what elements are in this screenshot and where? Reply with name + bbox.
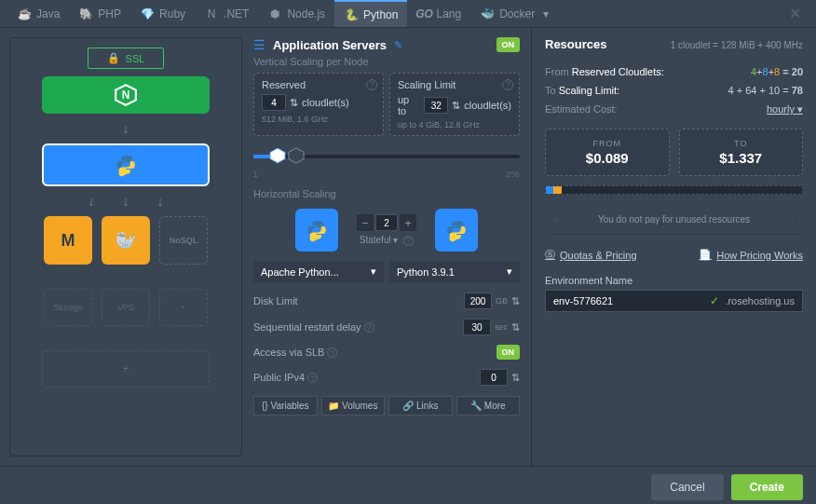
vertical-scaling-label: Vertical Scaling per Node bbox=[253, 56, 520, 67]
env-input-row: ✓ .rosehosting.us bbox=[545, 290, 803, 312]
disk-limit-row: Disk Limit GB⇅ bbox=[253, 288, 520, 314]
python-logo-icon bbox=[114, 153, 138, 177]
variables-button[interactable]: {}Variables bbox=[253, 396, 318, 415]
disk-limit-input[interactable] bbox=[464, 293, 492, 309]
python-logo-icon bbox=[444, 218, 469, 242]
arrow-down-icon: ↓ bbox=[123, 121, 129, 136]
check-icon: ✓ bbox=[710, 294, 719, 307]
horiz-count-input[interactable] bbox=[375, 214, 398, 231]
cost-slider[interactable] bbox=[545, 185, 803, 195]
footer: Cancel Create bbox=[0, 466, 816, 504]
add-extra-node[interactable]: + bbox=[159, 289, 208, 326]
tab-python[interactable]: 🐍Python bbox=[334, 0, 407, 27]
python-logo-icon bbox=[305, 218, 329, 242]
stepper-icon[interactable]: ⇅ bbox=[452, 100, 460, 112]
topology-column: 🔒SSL N ↓ ↓↓↓ M 🦭 NoSQL Storage VPS + + bbox=[9, 37, 242, 456]
volumes-button[interactable]: 📁Volumes bbox=[321, 396, 386, 415]
mariadb-icon: 🦭 bbox=[116, 230, 136, 251]
help-icon[interactable]: ? bbox=[366, 79, 377, 90]
mariadb-node[interactable]: 🦭 bbox=[102, 216, 150, 265]
vps-node[interactable]: VPS bbox=[102, 289, 150, 326]
chevron-right-icon[interactable]: › bbox=[791, 214, 794, 225]
go-icon: GO bbox=[416, 7, 431, 20]
chevron-left-icon[interactable]: ‹ bbox=[554, 214, 557, 225]
env-name-input[interactable] bbox=[553, 295, 704, 306]
memcached-node[interactable]: M bbox=[44, 216, 92, 265]
balancer-node[interactable]: N bbox=[42, 76, 210, 114]
php-icon: 🐘 bbox=[78, 7, 93, 20]
cloudlet-definition: 1 cloudlet = 128 MiB + 400 MHz bbox=[671, 40, 803, 50]
tab-ruby[interactable]: 💎Ruby bbox=[130, 0, 195, 27]
stateful-dropdown[interactable]: Stateful ▾ ? bbox=[360, 235, 414, 246]
cost-period-dropdown[interactable]: hourly ▾ bbox=[767, 103, 803, 116]
horiz-node-target bbox=[435, 209, 478, 252]
create-button[interactable]: Create bbox=[731, 474, 803, 500]
braces-icon: {} bbox=[262, 401, 268, 411]
tab-go[interactable]: GOLang bbox=[407, 0, 470, 27]
more-button[interactable]: 🔧More bbox=[456, 396, 521, 415]
folder-icon: 📁 bbox=[328, 401, 339, 411]
tab-dotnet[interactable]: N.NET bbox=[195, 0, 258, 27]
reserved-card: Reserved ? ⇅cloudlet(s) 512 MiB, 1.6 GHz bbox=[253, 73, 384, 136]
limit-input[interactable] bbox=[424, 97, 448, 114]
hamburger-icon[interactable]: ☰ bbox=[253, 37, 265, 52]
help-icon[interactable]: ? bbox=[364, 322, 374, 333]
stepper-icon[interactable]: ⇅ bbox=[511, 295, 520, 307]
memcached-icon: M bbox=[61, 231, 75, 251]
env-name-label: Environment Name bbox=[545, 275, 803, 286]
nodejs-icon: ⬢ bbox=[267, 7, 282, 20]
wrench-icon: 🔧 bbox=[470, 401, 482, 411]
stepper-icon[interactable]: ⇅ bbox=[511, 321, 520, 334]
tab-java[interactable]: ☕Java bbox=[7, 0, 69, 27]
horiz-node-source bbox=[295, 209, 338, 252]
slb-row: Access via SLB? ON bbox=[253, 340, 520, 364]
restart-delay-input[interactable] bbox=[463, 319, 491, 335]
tab-nodejs[interactable]: ⬢Node.js bbox=[258, 0, 334, 27]
edit-icon[interactable]: ✎ bbox=[394, 39, 402, 51]
ssl-badge[interactable]: 🔒SSL bbox=[88, 48, 165, 69]
cancel-button[interactable]: Cancel bbox=[651, 474, 723, 500]
increment-button[interactable]: + bbox=[400, 214, 416, 231]
slb-toggle[interactable]: ON bbox=[496, 345, 521, 360]
restart-delay-row: Sequential restart delay? sec⇅ bbox=[253, 314, 520, 340]
help-icon[interactable]: ? bbox=[327, 347, 337, 358]
slider-handle-limit[interactable] bbox=[288, 147, 305, 164]
decrement-button[interactable]: − bbox=[357, 214, 374, 231]
stepper-icon[interactable]: ⇅ bbox=[511, 372, 520, 384]
quotas-pricing-link[interactable]: ⓈQuotas & Pricing bbox=[545, 248, 637, 262]
help-icon[interactable]: ? bbox=[502, 79, 513, 90]
links-button[interactable]: 🔗Links bbox=[388, 396, 453, 415]
env-domain: .rosehosting.us bbox=[725, 295, 795, 306]
stepper-icon[interactable]: ⇅ bbox=[290, 97, 298, 109]
nginx-icon: N bbox=[114, 83, 138, 107]
java-icon: ☕ bbox=[17, 7, 32, 20]
dotnet-icon: N bbox=[204, 7, 219, 20]
appserver-toggle[interactable]: ON bbox=[496, 37, 521, 52]
ipv4-input[interactable] bbox=[480, 369, 508, 386]
cloudlet-slider[interactable] bbox=[253, 145, 520, 168]
version-dropdown[interactable]: Python 3.9.1▾ bbox=[389, 261, 520, 282]
reserved-input[interactable] bbox=[262, 94, 286, 111]
server-dropdown[interactable]: Apache Python...▾ bbox=[253, 261, 384, 282]
close-icon[interactable]: ✕ bbox=[782, 5, 809, 22]
document-icon: 📄 bbox=[699, 249, 712, 261]
lock-icon: 🔒 bbox=[107, 52, 120, 64]
help-icon[interactable]: ? bbox=[307, 373, 318, 383]
arrow-down-icon: ↓ bbox=[88, 194, 95, 209]
tab-docker[interactable]: 🐳Docker▾ bbox=[470, 0, 558, 27]
slider-handle-reserved[interactable] bbox=[269, 147, 286, 164]
tab-php[interactable]: 🐘PHP bbox=[69, 0, 130, 27]
settings-column: ☰ Application Servers ✎ ON Vertical Scal… bbox=[242, 28, 531, 466]
chevron-down-icon: ▾ bbox=[507, 266, 512, 278]
add-layer-button[interactable]: + bbox=[42, 350, 210, 388]
nosql-node[interactable]: NoSQL bbox=[159, 216, 208, 265]
ipv4-row: Public IPv4? ⇅ bbox=[253, 364, 520, 390]
appserver-node[interactable] bbox=[42, 143, 210, 186]
horizontal-scaling-label: Horizontal Scaling bbox=[253, 188, 520, 199]
how-pricing-works-link[interactable]: 📄How Pricing Works bbox=[699, 248, 803, 262]
arrow-down-icon: ↓ bbox=[123, 194, 129, 209]
help-icon[interactable]: ? bbox=[403, 236, 414, 246]
docker-icon: 🐳 bbox=[480, 7, 495, 20]
arrow-down-icon: ↓ bbox=[157, 194, 164, 209]
storage-node[interactable]: Storage bbox=[44, 289, 92, 326]
